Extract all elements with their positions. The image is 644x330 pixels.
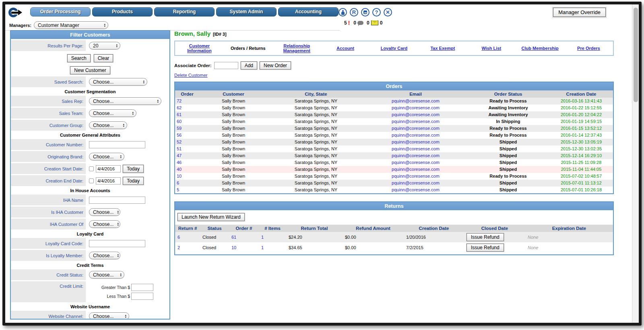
- customer-tab[interactable]: Relationship Management: [272, 42, 321, 54]
- save-icon[interactable]: [361, 8, 369, 16]
- saved-search-select[interactable]: Choose...▲▼: [89, 78, 147, 86]
- order-email-link[interactable]: pquinn@coresense.com: [392, 139, 440, 144]
- return-items-link[interactable]: 1: [261, 235, 264, 240]
- order-email-link[interactable]: pquinn@coresense.com: [392, 167, 440, 172]
- order-number-link[interactable]: 46: [177, 160, 182, 165]
- order-number-link[interactable]: 62: [177, 105, 182, 110]
- nav-tab[interactable]: Reporting: [154, 7, 215, 16]
- originating-brand-select[interactable]: Choose...▲▼: [89, 153, 124, 160]
- nav-tab[interactable]: Products: [92, 7, 153, 16]
- envelope-icon[interactable]: [371, 20, 378, 25]
- order-number-link[interactable]: 40: [177, 167, 182, 172]
- creation-end-date-input[interactable]: [96, 177, 121, 184]
- nav-tab[interactable]: System Admin: [216, 7, 277, 16]
- order-email-link[interactable]: pquinn@coresense.com: [392, 180, 440, 185]
- credit-limit-greater-input[interactable]: [131, 284, 153, 291]
- order-number-link[interactable]: 56: [177, 133, 182, 137]
- customer-tab[interactable]: Account: [321, 45, 370, 52]
- new-order-button[interactable]: New Order: [260, 61, 291, 70]
- order-email-link[interactable]: pquinn@coresense.com: [392, 146, 440, 151]
- clear-button[interactable]: Clear: [94, 54, 114, 62]
- nav-tab[interactable]: Accounting: [278, 7, 339, 16]
- issue-refund-button[interactable]: Issue Refund: [466, 233, 504, 241]
- order-email-link[interactable]: pquinn@coresense.com: [392, 126, 440, 131]
- issue-refund-button[interactable]: Issue Refund: [466, 244, 504, 252]
- sales-rep-select[interactable]: Choose...▲▼: [89, 97, 161, 105]
- customer-tab-link[interactable]: Club Membership: [522, 46, 559, 51]
- return-order-link[interactable]: 61: [231, 235, 236, 240]
- order-number-link[interactable]: 72: [177, 98, 182, 103]
- sales-team-select[interactable]: Choose...▲▼: [89, 109, 136, 117]
- launch-return-wizard-button[interactable]: Launch New Return Wizard: [178, 213, 245, 221]
- customer-tab[interactable]: Customer Information: [175, 42, 224, 54]
- website-channel-select[interactable]: Choose...▲▼: [89, 312, 129, 320]
- scrollbar-thumb[interactable]: [634, 8, 638, 102]
- order-number-link[interactable]: 6: [177, 180, 179, 185]
- manager-select[interactable]: Customer Manager ▲▼: [34, 21, 108, 29]
- order-email-link[interactable]: pquinn@coresense.com: [392, 153, 440, 158]
- is-iha-customer-select[interactable]: Choose...▲▼: [89, 208, 120, 216]
- alert-count[interactable]: 5: [344, 20, 347, 26]
- customer-tab[interactable]: Orders / Returns: [224, 45, 272, 52]
- order-number-link[interactable]: 52: [177, 139, 182, 144]
- order-email-link[interactable]: pquinn@coresense.com: [392, 119, 440, 124]
- customer-tab-link[interactable]: Relationship Management: [283, 43, 310, 53]
- customer-tab-link[interactable]: Account: [336, 46, 354, 51]
- delete-customer-link[interactable]: Delete Customer: [174, 73, 208, 78]
- customer-tab[interactable]: Tax Exempt: [418, 45, 467, 52]
- new-customer-button[interactable]: New Customer: [70, 66, 110, 74]
- creation-end-today-button[interactable]: Today: [123, 177, 144, 185]
- customer-tab-link[interactable]: Customer Information: [187, 43, 212, 53]
- creation-start-today-button[interactable]: Today: [123, 165, 144, 173]
- return-number-link[interactable]: 2: [178, 245, 180, 250]
- credit-status-select[interactable]: Choose...▲▼: [89, 271, 124, 279]
- customer-tab[interactable]: Club Membership: [516, 45, 564, 52]
- vertical-scrollbar[interactable]: [632, 4, 639, 323]
- registered-icon[interactable]: R: [350, 8, 358, 16]
- return-number-link[interactable]: 6: [178, 235, 180, 240]
- customer-tab-link[interactable]: Orders / Returns: [231, 46, 266, 51]
- loyalty-card-code-input[interactable]: [89, 240, 145, 247]
- creation-start-date-input[interactable]: [96, 165, 121, 172]
- nav-tab[interactable]: Order Processing: [30, 7, 91, 16]
- order-number-link[interactable]: 10: [177, 174, 182, 178]
- associate-order-input[interactable]: [214, 62, 238, 69]
- is-loyalty-member-select[interactable]: Choose...▲▼: [89, 252, 120, 259]
- order-email-link[interactable]: pquinn@coresense.com: [392, 105, 440, 110]
- return-items-link[interactable]: 1: [261, 245, 264, 250]
- order-number-link[interactable]: 59: [177, 126, 182, 131]
- customer-number-input[interactable]: [89, 141, 145, 148]
- order-email-link[interactable]: pquinn@coresense.com: [392, 98, 440, 103]
- iha-customer-of-select[interactable]: Choose...▲▼: [89, 220, 120, 228]
- customer-tab-link[interactable]: Loyalty Card: [381, 46, 408, 51]
- customer-tab-link[interactable]: Tax Exempt: [430, 46, 455, 51]
- customer-tab-link[interactable]: Pre Orders: [577, 46, 600, 51]
- creation-start-checkbox[interactable]: [89, 166, 94, 171]
- close-icon[interactable]: ✕: [384, 8, 392, 16]
- return-order-link[interactable]: 10: [231, 245, 236, 250]
- creation-end-checkbox[interactable]: [89, 178, 94, 183]
- order-number-link[interactable]: 47: [177, 153, 182, 158]
- order-email-link[interactable]: pquinn@coresense.com: [392, 112, 440, 117]
- customer-tab[interactable]: Pre Orders: [564, 45, 613, 52]
- search-button[interactable]: Search: [67, 54, 91, 62]
- order-number-link[interactable]: 60: [177, 119, 182, 124]
- order-email-link[interactable]: pquinn@coresense.com: [392, 187, 440, 192]
- person-icon[interactable]: [339, 8, 347, 16]
- iha-name-input[interactable]: [89, 197, 145, 204]
- order-email-link[interactable]: pquinn@coresense.com: [392, 133, 440, 137]
- credit-limit-less-input[interactable]: [131, 293, 153, 300]
- order-number-link[interactable]: 61: [177, 112, 182, 117]
- customer-group-select[interactable]: Choose...▲▼: [89, 121, 127, 129]
- mail-count[interactable]: 0: [367, 20, 369, 26]
- results-per-page-select[interactable]: 20▲▼: [89, 42, 120, 49]
- help-icon[interactable]: ?: [372, 8, 381, 16]
- order-email-link[interactable]: pquinn@coresense.com: [392, 160, 440, 165]
- manager-override-button[interactable]: Manager Override: [553, 8, 606, 17]
- add-button[interactable]: Add: [241, 61, 257, 70]
- order-number-link[interactable]: 5: [177, 187, 179, 192]
- order-number-link[interactable]: 51: [177, 146, 182, 151]
- order-email-link[interactable]: pquinn@coresense.com: [392, 174, 440, 178]
- chat-count[interactable]: 0: [353, 20, 356, 26]
- customer-tab[interactable]: Loyalty Card: [370, 45, 419, 52]
